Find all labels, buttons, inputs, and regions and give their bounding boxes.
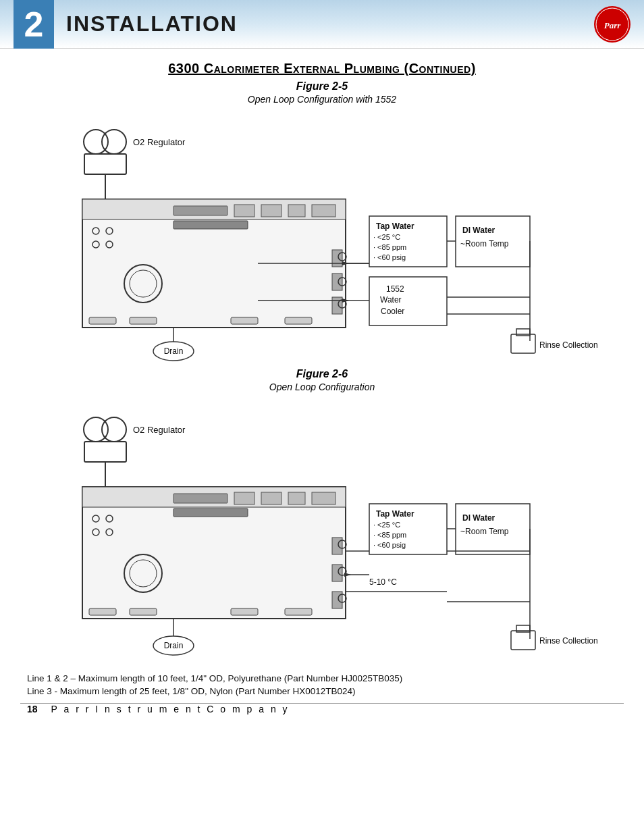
svg-text:Rinse Collection: Rinse Collection <box>539 340 598 350</box>
o2-regulator-label: O2 Regulator <box>133 137 186 147</box>
logo-area: Parr <box>594 6 630 43</box>
svg-rect-20 <box>89 317 116 324</box>
svg-rect-47 <box>511 334 535 353</box>
svg-point-61 <box>84 417 108 442</box>
svg-rect-72 <box>312 492 336 504</box>
svg-rect-13 <box>173 221 248 229</box>
page-number: 18 <box>27 704 38 714</box>
svg-rect-69 <box>234 492 254 504</box>
chapter-number: 2 <box>14 0 54 49</box>
svg-rect-81 <box>130 608 157 615</box>
figure6-title: Figure 2-6 <box>20 368 624 380</box>
svg-rect-25 <box>332 273 342 290</box>
figure6-svg: O2 Regulator <box>25 399 619 662</box>
svg-text:· <25 °C: · <25 °C <box>373 521 400 529</box>
figure6-diagram: O2 Regulator <box>20 399 624 662</box>
svg-rect-23 <box>285 317 312 324</box>
footer-line1: Line 1 & 2 – Maximum length of 10 feet, … <box>27 673 617 683</box>
figure5-subtitle: Open Loop Configuration with 1552 <box>20 94 624 105</box>
svg-text:· <25 °C: · <25 °C <box>373 233 400 241</box>
company-name: P a r r I n s t r u m e n t C o m p a n … <box>51 704 290 714</box>
svg-rect-12 <box>312 205 336 217</box>
svg-rect-82 <box>231 608 258 615</box>
svg-rect-8 <box>173 206 227 215</box>
svg-text:· <85 ppm: · <85 ppm <box>373 531 406 539</box>
svg-point-62 <box>102 417 126 442</box>
svg-rect-10 <box>261 205 281 217</box>
svg-rect-9 <box>234 205 254 217</box>
parr-logo: Parr <box>594 6 630 43</box>
svg-text:Cooler: Cooler <box>381 307 404 316</box>
svg-text:1552: 1552 <box>386 284 404 294</box>
svg-text:5-10 °C: 5-10 °C <box>369 577 397 587</box>
svg-text:Drain: Drain <box>164 641 184 650</box>
svg-rect-68 <box>173 494 227 503</box>
svg-rect-11 <box>288 205 305 217</box>
svg-point-2 <box>84 130 108 154</box>
svg-text:Tap Water: Tap Water <box>376 509 414 519</box>
chapter-title: Installation <box>66 11 238 36</box>
svg-text:~Room Temp: ~Room Temp <box>460 527 509 536</box>
svg-rect-80 <box>89 608 116 615</box>
svg-text:Parr: Parr <box>604 20 622 30</box>
svg-rect-4 <box>84 154 126 174</box>
svg-text:~Room Temp: ~Room Temp <box>460 239 509 249</box>
figure5-title: Figure 2-5 <box>20 80 624 93</box>
section-heading: 6300 Calorimeter External Plumbing (Cont… <box>20 61 624 76</box>
footer-line2: Line 3 - Maximum length of 25 feet, 1/8"… <box>27 686 617 696</box>
svg-text:DI Water: DI Water <box>462 513 495 523</box>
figure5-svg: O2 Regulator <box>25 111 619 361</box>
svg-text:Tap Water: Tap Water <box>376 221 414 231</box>
svg-text:Drain: Drain <box>164 346 184 356</box>
svg-text:· <60 psig: · <60 psig <box>373 253 406 261</box>
svg-text:Rinse Collection: Rinse Collection <box>539 636 598 646</box>
svg-text:Water: Water <box>380 295 402 305</box>
page-footer: 18 P a r r I n s t r u m e n t C o m p a… <box>20 703 624 714</box>
svg-text:O2 Regulator: O2 Regulator <box>133 425 186 435</box>
footer-notes: Line 1 & 2 – Maximum length of 10 feet, … <box>20 673 624 696</box>
svg-rect-106 <box>511 631 535 650</box>
page-header: 2 Installation Parr <box>0 0 644 49</box>
svg-text:· <85 ppm: · <85 ppm <box>373 243 406 251</box>
svg-marker-103 <box>344 573 351 577</box>
svg-rect-73 <box>173 509 248 517</box>
svg-text:· <60 psig: · <60 psig <box>373 541 406 549</box>
svg-rect-63 <box>84 442 126 462</box>
figure6-subtitle: Open Loop Configuration <box>20 382 624 392</box>
svg-rect-21 <box>130 317 157 324</box>
svg-rect-83 <box>285 608 312 615</box>
svg-rect-71 <box>288 492 305 504</box>
figure5-diagram: O2 Regulator <box>20 111 624 361</box>
svg-rect-22 <box>231 317 258 324</box>
svg-text:DI Water: DI Water <box>462 226 495 235</box>
svg-rect-70 <box>261 492 281 504</box>
main-content: 6300 Calorimeter External Plumbing (Cont… <box>0 49 644 728</box>
svg-point-3 <box>102 130 126 154</box>
